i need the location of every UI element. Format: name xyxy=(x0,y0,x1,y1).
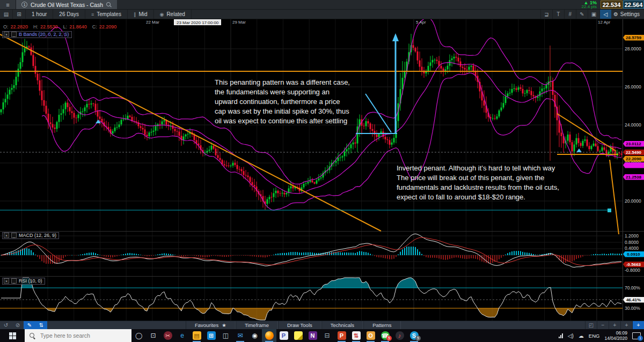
target-line-handle xyxy=(608,209,611,212)
timeframe-button[interactable]: 1 hour xyxy=(26,10,53,19)
notification-badge: 1 xyxy=(638,336,643,341)
task-view-icon[interactable]: ⊡ xyxy=(146,329,160,342)
clock[interactable]: 06:09 14/04/2020 xyxy=(604,330,627,341)
rsi-close-icon[interactable]: × xyxy=(4,278,9,284)
desktop: ≡ 1 Crude Oil West Texas - Cash ▲ 1% 22.… xyxy=(0,0,644,342)
macd-close-icon[interactable]: × xyxy=(4,233,9,238)
skype-icon[interactable]: S5 xyxy=(407,329,421,342)
bbands-close-icon[interactable]: × xyxy=(4,32,9,37)
pencil-icon[interactable]: ✎ xyxy=(24,321,35,329)
app-titlebar: ≡ 1 Crude Oil West Texas - Cash ▲ 1% 22.… xyxy=(0,0,644,10)
music-app-icon[interactable]: ♪ xyxy=(392,329,407,342)
price-chart[interactable] xyxy=(0,19,644,321)
draw-tool-icon[interactable]: ✎ xyxy=(576,10,588,19)
chart-area: O:22.2820 H:22.5530 L:21.8640 C:22.2090 … xyxy=(0,19,644,321)
windows-taskbar: ◯⊡✂e▤⊞◫✉◉PN⊟P⇅O☎5♪S5 ◁) ☁ ENG 06:09 14/0… xyxy=(0,329,644,342)
chart-toolbar: ▤ ⊞ 1 hour 26 Days ≡Templates ∥Mid ◉Rela… xyxy=(0,10,644,19)
tray-date: 14/04/2020 xyxy=(604,336,627,341)
store-icon[interactable]: ⊞ xyxy=(204,329,218,342)
bbands-legend: × _ B Bands (20, 0, 2, 2, S) xyxy=(2,31,72,38)
crosshair-icon[interactable]: + xyxy=(620,321,632,329)
templates-button[interactable]: ≡Templates xyxy=(85,10,128,19)
buy-price-button[interactable]: 22.564 xyxy=(623,1,644,9)
patterns-button[interactable]: Patterns xyxy=(363,321,400,329)
whatsapp-icon[interactable]: ☎5 xyxy=(378,329,392,342)
downside-projection-line xyxy=(610,160,619,234)
file-explorer-icon[interactable]: ▤ xyxy=(189,329,204,342)
macd-legend: × _ MACD (12, 26, 9) xyxy=(2,232,59,239)
rsi-minimize-icon[interactable]: _ xyxy=(11,278,17,284)
reset-icon[interactable]: ↺ xyxy=(0,321,12,329)
windows-logo-icon xyxy=(9,332,16,339)
instrument-number-badge: 1 xyxy=(21,2,27,8)
watchlist-icon[interactable]: ▤ xyxy=(0,10,13,19)
bottom-toolbar: ↺ ⊘ ✎ ⇅ Favourites★ Timeframe Draw Tools… xyxy=(0,321,644,329)
period-button[interactable]: 26 Days xyxy=(53,10,85,19)
onenote-icon[interactable]: N xyxy=(305,329,320,342)
ohlc-legend: O:22.2820 H:22.5530 L:21.8640 C:22.2090 xyxy=(3,24,116,29)
tray-time: 06:09 xyxy=(604,330,627,336)
network-icon[interactable] xyxy=(559,333,563,338)
instrument-title: Crude Oil West Texas - Cash xyxy=(31,2,103,8)
project-app-icon[interactable]: P xyxy=(276,329,291,342)
downtrend-line xyxy=(0,34,381,231)
rsi-legend: × _ RSI (10, 0) xyxy=(2,278,45,285)
zoom-in-icon[interactable]: + xyxy=(609,321,620,329)
powerpoint-icon[interactable]: P xyxy=(334,329,349,342)
layers-icon[interactable]: ▣ xyxy=(588,10,599,19)
start-button[interactable] xyxy=(0,329,25,342)
add-tool-icon[interactable]: + xyxy=(632,321,644,329)
xbox-icon[interactable]: ◉ xyxy=(247,329,262,342)
people-icon[interactable]: ◫ xyxy=(218,329,233,342)
search-icon xyxy=(30,333,35,339)
anchor-marker-2 xyxy=(576,148,582,152)
system-tray: ◁) ☁ ENG 06:09 14/04/2020 1 xyxy=(559,329,644,342)
gear-icon: ⚙ xyxy=(613,11,618,17)
trading-app-icon[interactable]: ⇅ xyxy=(349,329,363,342)
taskbar-search[interactable] xyxy=(25,329,131,342)
zoom-out-icon[interactable]: − xyxy=(597,321,609,329)
technicals-button[interactable]: Technicals xyxy=(321,321,363,329)
sell-price-button[interactable]: 22.534 xyxy=(601,1,623,9)
cortana-icon[interactable]: ◯ xyxy=(131,329,146,342)
macd-minimize-icon[interactable]: _ xyxy=(11,233,17,238)
instrument-tab[interactable]: 1 Crude Oil West Texas - Cash xyxy=(16,0,117,9)
mid-price-button[interactable]: ∥Mid xyxy=(128,10,154,19)
sort-arrows-icon[interactable]: ⇅ xyxy=(35,321,47,329)
snip-sketch-icon[interactable]: ✂ xyxy=(160,329,175,342)
action-center-icon[interactable]: 1 xyxy=(632,332,641,339)
fit-chart-icon[interactable]: ◰ xyxy=(585,321,597,329)
change-points: 22.4 pts xyxy=(582,5,597,9)
compare-icon[interactable]: ⊒ xyxy=(540,10,552,19)
mail-icon[interactable]: ✉ xyxy=(233,329,247,342)
sliders-icon: ≡ xyxy=(91,12,94,17)
candle-icon: ∥ xyxy=(134,12,136,17)
text-tool-icon[interactable]: T xyxy=(552,10,564,19)
outlook-icon[interactable]: O xyxy=(363,329,378,342)
menu-button[interactable]: ≡ xyxy=(0,0,16,9)
bbands-minimize-icon[interactable]: _ xyxy=(11,32,17,37)
grid-toggle-icon[interactable]: # xyxy=(564,10,576,19)
star-icon: ★ xyxy=(222,322,226,328)
sticky-notes-icon[interactable] xyxy=(291,329,305,342)
eye-icon: ◉ xyxy=(160,12,164,17)
settings-button[interactable]: ⚙Settings xyxy=(611,10,644,19)
timeframe-menu-button[interactable]: Timeframe xyxy=(236,321,278,329)
firefox-icon[interactable] xyxy=(262,329,276,342)
volume-icon[interactable]: ◁) xyxy=(568,333,574,339)
favourites-button[interactable]: Favourites★ xyxy=(186,321,236,329)
draw-tools-button[interactable]: Draw Tools xyxy=(278,321,321,329)
edge-icon[interactable]: e xyxy=(175,329,189,342)
onedrive-icon[interactable]: ☁ xyxy=(579,333,584,339)
related-button[interactable]: ◉Related xyxy=(154,10,192,19)
disable-icon[interactable]: ⊘ xyxy=(12,321,24,329)
search-input[interactable] xyxy=(39,332,120,339)
layout-grid-icon[interactable]: ⊞ xyxy=(13,10,26,19)
price-change: ▲ 1% 22.4 pts xyxy=(582,0,597,9)
search-icon[interactable] xyxy=(106,2,112,8)
remote-desktop-icon[interactable]: ⊟ xyxy=(320,329,334,342)
cursor-tool-icon[interactable]: ◁ xyxy=(599,10,611,19)
language-indicator[interactable]: ENG xyxy=(589,333,600,339)
